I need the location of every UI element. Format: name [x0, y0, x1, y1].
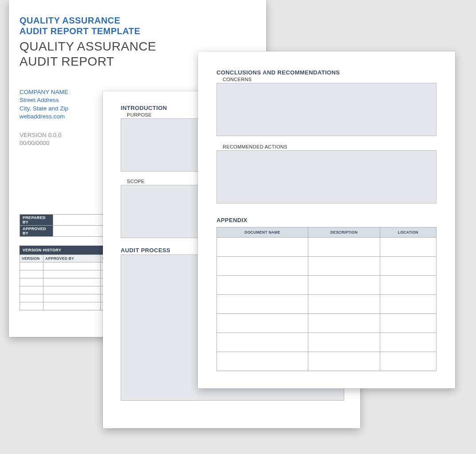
table-row — [217, 257, 437, 276]
table-row — [217, 314, 437, 333]
table-cell — [43, 294, 101, 302]
page-3: CONCLUSIONS AND RECOMMENDATIONS CONCERNS… — [198, 51, 455, 388]
canvas: QUALITY ASSURANCE AUDIT REPORT TEMPLATE … — [0, 0, 476, 454]
table-cell — [20, 286, 43, 294]
table-cell — [308, 276, 380, 295]
table-row — [217, 352, 437, 371]
approved-by-label: APPROVED BY — [20, 225, 53, 236]
table-cell — [217, 276, 308, 295]
template-title-line1: QUALITY ASSURANCE — [20, 15, 250, 26]
col-description: DESCRIPTION — [308, 227, 380, 238]
concerns-label: CONCERNS — [223, 77, 437, 82]
conclusions-heading: CONCLUSIONS AND RECOMMENDATIONS — [216, 69, 437, 76]
table-cell — [43, 286, 101, 294]
table-row — [217, 238, 437, 257]
table-cell — [217, 257, 308, 276]
table-cell — [380, 314, 436, 333]
appendix-table: DOCUMENT NAME DESCRIPTION LOCATION — [216, 227, 437, 371]
table-row — [217, 295, 437, 314]
table-cell — [217, 314, 308, 333]
table-cell — [380, 333, 436, 352]
col-document-name: DOCUMENT NAME — [217, 227, 308, 238]
table-row: DOCUMENT NAME DESCRIPTION LOCATION — [217, 227, 437, 238]
table-cell — [20, 262, 43, 270]
concerns-box — [216, 83, 437, 136]
table-cell — [43, 270, 101, 278]
table-cell — [43, 278, 101, 286]
col-approved-by: APPROVED BY — [43, 254, 101, 262]
table-row — [217, 276, 437, 295]
table-cell — [380, 352, 436, 371]
table-cell — [308, 352, 380, 371]
appendix-heading: APPENDIX — [216, 217, 437, 223]
table-cell — [380, 238, 436, 257]
table-cell — [43, 262, 101, 270]
table-cell — [308, 257, 380, 276]
recommended-actions-label: RECOMMENDED ACTIONS — [223, 144, 437, 149]
table-cell — [20, 278, 43, 286]
table-cell — [43, 302, 101, 310]
template-title-line2: AUDIT REPORT TEMPLATE — [20, 26, 250, 36]
table-cell — [380, 295, 436, 314]
table-cell — [308, 333, 380, 352]
table-cell — [308, 295, 380, 314]
table-cell — [20, 270, 43, 278]
table-cell — [217, 295, 308, 314]
table-row — [217, 333, 437, 352]
prepared-by-label: PREPARED BY — [20, 214, 53, 225]
template-title: QUALITY ASSURANCE AUDIT REPORT TEMPLATE — [20, 15, 250, 36]
recommended-actions-box — [216, 150, 437, 204]
col-version: VERSION — [20, 254, 43, 262]
table-cell — [380, 257, 436, 276]
table-cell — [308, 314, 380, 333]
table-cell — [380, 276, 436, 295]
table-cell — [217, 352, 308, 371]
table-cell — [217, 238, 308, 257]
table-cell — [308, 238, 380, 257]
table-cell — [217, 333, 308, 352]
table-cell — [20, 302, 43, 310]
col-location: LOCATION — [380, 227, 436, 238]
table-cell — [20, 294, 43, 302]
